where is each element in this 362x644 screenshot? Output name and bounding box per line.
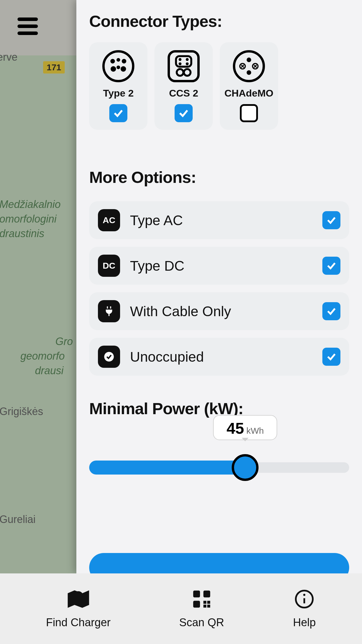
svg-rect-24 [203, 590, 210, 597]
connector-list: Type 2 CCS 2 CHAdeMO [89, 42, 349, 130]
map-pin-icon [67, 589, 90, 609]
connector-ccs2[interactable]: CCS 2 [154, 42, 213, 130]
svg-point-2 [122, 59, 126, 64]
slider-unit: kWh [246, 426, 264, 436]
svg-point-4 [121, 66, 126, 72]
svg-rect-26 [203, 601, 206, 603]
option-with-cable[interactable]: With Cable Only [89, 292, 349, 330]
option-unoccupied[interactable]: Unoccupied [89, 338, 349, 376]
connector-checkbox[interactable] [109, 104, 127, 122]
plug-icon [98, 300, 120, 322]
slider-fill [89, 461, 245, 475]
nav-find-charger[interactable]: Find Charger [46, 589, 111, 629]
type2-icon [102, 50, 134, 82]
nav-label: Scan QR [179, 616, 224, 629]
nav-label: Help [293, 616, 316, 629]
options-list: AC Type AC DC Type DC With Cable Only Un… [89, 201, 349, 376]
connector-label: Type 2 [103, 88, 133, 99]
qr-icon [190, 589, 213, 609]
connector-chademo[interactable]: CHAdeMO [220, 42, 278, 130]
slider-thumb[interactable] [232, 454, 259, 481]
filter-panel: Connector Types: Type 2 CCS 2 [76, 0, 362, 573]
svg-point-3 [110, 66, 116, 72]
chademo-icon [233, 50, 265, 82]
svg-rect-6 [176, 56, 191, 66]
dc-icon: DC [98, 255, 120, 277]
slider-value: 45 [226, 416, 244, 441]
bottom-nav: Find Charger Scan QR Help [0, 573, 362, 644]
svg-point-31 [303, 594, 305, 596]
option-checkbox[interactable] [322, 257, 340, 275]
option-checkbox[interactable] [322, 348, 340, 366]
option-label: Unoccupied [130, 349, 312, 365]
connector-types-heading: Connector Types: [89, 12, 349, 31]
connector-label: CHAdeMO [224, 88, 273, 99]
svg-point-10 [186, 62, 189, 65]
apply-button[interactable] [89, 553, 349, 573]
option-type-dc[interactable]: DC Type DC [89, 247, 349, 285]
svg-rect-25 [193, 601, 200, 607]
power-slider[interactable]: 45 kWh [89, 450, 349, 485]
svg-point-9 [179, 62, 182, 65]
option-checkbox[interactable] [322, 302, 340, 320]
info-icon [293, 589, 316, 609]
ccs2-icon [168, 50, 200, 82]
option-label: Type AC [130, 212, 312, 228]
nav-help[interactable]: Help [293, 589, 316, 629]
menu-icon[interactable] [17, 18, 38, 35]
svg-point-1 [117, 58, 120, 61]
option-label: With Cable Only [130, 303, 312, 319]
svg-point-12 [184, 69, 191, 76]
connector-label: CCS 2 [169, 88, 198, 99]
svg-rect-28 [203, 604, 206, 607]
connector-checkbox[interactable] [240, 104, 258, 122]
option-checkbox[interactable] [322, 211, 340, 229]
ac-icon: AC [98, 209, 120, 231]
option-label: Type DC [130, 258, 312, 274]
svg-point-8 [186, 58, 189, 61]
svg-point-13 [247, 57, 251, 62]
nav-label: Find Charger [46, 616, 111, 629]
svg-point-16 [247, 70, 251, 75]
svg-point-5 [117, 65, 120, 69]
connector-type2[interactable]: Type 2 [89, 42, 147, 130]
svg-rect-23 [193, 590, 200, 597]
connector-checkbox[interactable] [175, 104, 193, 122]
svg-point-7 [179, 58, 182, 61]
check-circle-icon [98, 346, 120, 368]
svg-point-11 [177, 69, 183, 76]
option-type-ac[interactable]: AC Type AC [89, 201, 349, 239]
svg-rect-27 [207, 601, 210, 603]
slider-tooltip: 45 kWh [213, 415, 277, 440]
svg-rect-29 [207, 604, 210, 607]
more-options-heading: More Options: [89, 168, 349, 187]
nav-scan-qr[interactable]: Scan QR [179, 589, 224, 629]
svg-point-0 [110, 59, 115, 64]
road-badge-171: 171 [43, 61, 65, 74]
